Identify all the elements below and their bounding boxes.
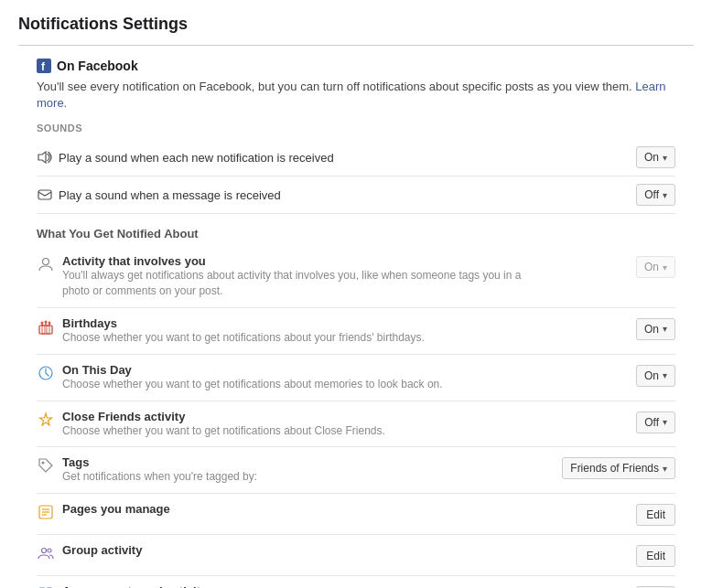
notify-birthdays-row: Birthdays Choose whether you want to get… (37, 308, 675, 355)
pages-edit-button[interactable]: Edit (636, 504, 675, 526)
onthisday-dropdown[interactable]: On ▾ (636, 365, 675, 387)
onthisday-desc: Choose whether you want to get notificat… (62, 377, 443, 392)
pages-icon (37, 503, 55, 521)
birthdays-dropdown[interactable]: On ▾ (636, 318, 675, 340)
closefriends-title: Close Friends activity (62, 410, 385, 423)
onthisday-icon (37, 364, 55, 382)
group-icon (37, 544, 55, 562)
sound-message-dropdown[interactable]: Off ▾ (636, 184, 675, 206)
on-facebook-desc: You'll see every notification on Faceboo… (37, 79, 675, 112)
svg-rect-6 (42, 326, 45, 334)
notify-onthisday-row: On This Day Choose whether you want to g… (37, 355, 675, 401)
svg-point-4 (43, 259, 49, 265)
activity-desc: You'll always get notifications about ac… (62, 268, 538, 299)
dropdown-arrow-icon-2: ▾ (663, 190, 667, 200)
on-facebook-header: f On Facebook (37, 59, 675, 73)
notify-pages-row: Pages you manage Edit (37, 494, 675, 535)
onthisday-title: On This Day (62, 363, 443, 377)
notify-group-row: Group activity Edit (37, 535, 675, 576)
activity-icon (37, 255, 55, 273)
dropdown-arrow-icon-3: ▾ (663, 262, 667, 273)
section-divider (18, 45, 694, 46)
sound-notification-dropdown[interactable]: On ▾ (636, 146, 675, 168)
birthdays-title: Birthdays (62, 316, 425, 330)
notify-app-row: App requests and activity Edit (37, 576, 675, 588)
sound-notification-text: Play a sound when each new notification … (59, 151, 334, 165)
pages-title: Pages you manage (62, 502, 170, 516)
sound-notification-icon (37, 149, 53, 166)
tags-dropdown[interactable]: Friends of Friends ▾ (562, 457, 675, 479)
group-edit-button[interactable]: Edit (636, 545, 675, 567)
dropdown-arrow-icon: ▾ (663, 153, 667, 163)
sound-notification-row: Play a sound when each new notification … (37, 139, 675, 176)
dropdown-arrow-icon-5: ▾ (663, 370, 667, 380)
sounds-label: SOUNDS (37, 123, 675, 134)
closefriends-dropdown[interactable]: Off ▾ (636, 412, 675, 433)
tags-desc: Get notifications when you're tagged by: (62, 469, 257, 485)
page-title: Notifications Settings (18, 15, 694, 34)
svg-point-11 (41, 321, 44, 324)
notify-closefriends-row: Close Friends activity Choose whether yo… (37, 401, 675, 448)
on-facebook-label: On Facebook (57, 59, 138, 73)
svg-marker-15 (40, 413, 52, 425)
closefriends-icon (37, 411, 55, 429)
birthdays-desc: Choose whether you want to get notificat… (62, 330, 425, 346)
birthdays-icon (37, 317, 55, 336)
group-title: Group activity (62, 543, 142, 557)
tags-title: Tags (62, 455, 257, 469)
notify-tags-row: Tags Get notifications when you're tagge… (37, 447, 675, 494)
svg-rect-3 (38, 190, 51, 199)
svg-point-9 (45, 320, 48, 323)
dropdown-arrow-icon-7: ▾ (663, 464, 667, 474)
svg-point-22 (48, 549, 51, 552)
dropdown-arrow-icon-4: ▾ (663, 324, 667, 334)
sound-message-text: Play a sound when a message is received (59, 188, 281, 202)
closefriends-desc: Choose whether you want to get notificat… (62, 423, 385, 439)
dropdown-arrow-icon-6: ▾ (663, 417, 667, 427)
facebook-icon: f (37, 59, 51, 73)
what-notified-label: What You Get Notified About (37, 227, 675, 241)
notify-activity-row: Activity that involves you You'll always… (37, 246, 675, 308)
sound-message-icon (37, 187, 53, 203)
activity-dropdown[interactable]: On ▾ (636, 256, 675, 278)
svg-point-16 (42, 462, 45, 465)
svg-rect-5 (39, 326, 52, 334)
svg-rect-7 (47, 326, 49, 334)
svg-point-13 (49, 321, 51, 324)
sound-message-row: Play a sound when a message is received … (37, 176, 675, 214)
activity-title: Activity that involves you (62, 254, 538, 268)
tags-icon (37, 456, 55, 475)
app-title: App requests and activity (62, 584, 207, 588)
svg-marker-2 (38, 152, 46, 163)
svg-point-21 (42, 549, 47, 553)
